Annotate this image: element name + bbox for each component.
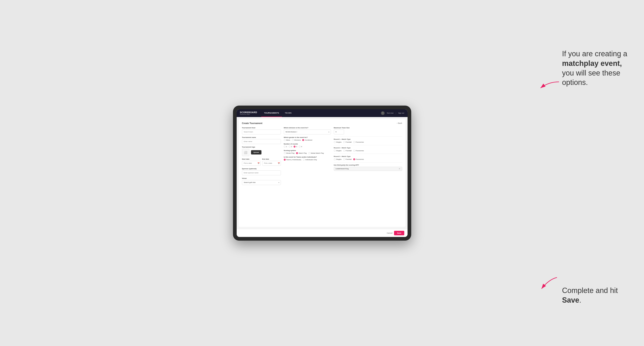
individuals-only-radio[interactable] <box>303 159 305 161</box>
max-team-size-label: Maximum Team Size <box>334 127 402 129</box>
round1-singles-label: Singles <box>336 141 342 143</box>
round-4[interactable]: 4 <box>299 146 302 148</box>
annotation-right-text: If you are creating a matchplay event, y… <box>562 49 632 87</box>
round3-singles-radio[interactable] <box>334 158 336 160</box>
form-title: Create Tournament <box>242 122 262 124</box>
round2-foursomes-radio[interactable] <box>353 150 355 152</box>
api-label: Use third-party live scoring API? <box>334 164 402 166</box>
round-4-label: 4 <box>301 146 302 148</box>
max-team-size-input[interactable] <box>334 130 344 134</box>
end-date-label: End date <box>262 158 281 160</box>
api-tag-close[interactable]: ✕ <box>399 168 400 170</box>
venue-group: Venue Search golf club <box>242 177 281 185</box>
back-button[interactable]: ‹ Back <box>397 122 402 124</box>
annotation-right: If you are creating a matchplay event, y… <box>562 49 632 87</box>
tournament-host-label: Tournament Host <box>242 127 281 129</box>
form-footer: Cancel Save <box>237 229 408 237</box>
round-1-label: 1 <box>286 146 287 148</box>
logo-upload-area: ⬜ Upload <box>242 149 281 156</box>
round-2-radio[interactable] <box>289 146 290 148</box>
gender-mens[interactable]: Mens <box>284 139 290 141</box>
round1-fourball-radio[interactable] <box>343 141 345 143</box>
tournament-host-input[interactable] <box>242 130 281 134</box>
tournament-name-input[interactable] <box>242 139 281 144</box>
main-content: Create Tournament ‹ Back Tournament Host <box>237 117 408 229</box>
arrow-right-svg <box>536 80 561 92</box>
rounds-radio-group: 1 2 3 <box>284 146 331 148</box>
round1-singles[interactable]: Singles <box>334 141 342 143</box>
round2-fourball-radio[interactable] <box>343 150 345 152</box>
teams-radio-group: Teams (+Individuals) Individuals Only <box>284 159 331 161</box>
round3-foursomes-radio[interactable] <box>353 158 355 160</box>
image-icon: ⬜ <box>244 151 247 154</box>
nav-user-text: Test User <box>387 112 394 114</box>
nav-tab-teams[interactable]: TEAMS <box>282 109 294 117</box>
round2-singles[interactable]: Singles <box>334 150 342 152</box>
round1-foursomes-radio[interactable] <box>353 141 355 143</box>
round3-singles[interactable]: Singles <box>334 158 342 160</box>
round3-fourball-radio[interactable] <box>343 158 345 160</box>
scoring-match[interactable]: Match Play <box>296 152 307 154</box>
sponsor-input[interactable] <box>242 171 281 175</box>
round3-match-type-title: Round 3 - Match Type <box>334 156 402 157</box>
round1-foursomes[interactable]: Foursomes <box>353 141 364 143</box>
teams-plus-individuals-radio[interactable] <box>284 159 286 161</box>
round3-fourball[interactable]: Fourball <box>343 158 352 160</box>
round2-fourball[interactable]: Fourball <box>343 150 352 152</box>
round2-singles-radio[interactable] <box>334 150 336 152</box>
scoring-stroke-radio[interactable] <box>284 152 286 154</box>
save-button[interactable]: Save <box>394 231 404 235</box>
round1-fourball[interactable]: Fourball <box>343 141 352 143</box>
scoring-medal-radio[interactable] <box>308 152 310 154</box>
tournament-name-label: Tournament name <box>242 137 281 138</box>
date-row: Start date 📅 End date <box>242 158 281 166</box>
start-date-field: Start date 📅 <box>242 158 261 166</box>
round-1[interactable]: 1 <box>284 146 287 148</box>
division-group: Which division is the event for? NCAA Di… <box>284 127 331 134</box>
round-4-radio[interactable] <box>299 146 300 148</box>
round3-radio-group: Singles Fourball Foursomes <box>334 158 402 160</box>
round2-foursomes-label: Foursomes <box>356 150 364 152</box>
scoring-stroke[interactable]: Stroke Play <box>284 152 295 154</box>
logo-placeholder: ⬜ <box>242 149 249 156</box>
gender-womens-label: Womens <box>294 139 300 141</box>
venue-select[interactable]: Search golf club <box>242 180 281 185</box>
individuals-only[interactable]: Individuals Only <box>303 159 317 161</box>
scoring-medal-label: Medal Match Play <box>311 152 324 154</box>
tablet-device: SCOREBOARD Powered by clippit TOURNAMENT… <box>233 106 411 241</box>
round-2[interactable]: 2 <box>289 146 292 148</box>
teams-plus-individuals[interactable]: Teams (+Individuals) <box>284 159 302 161</box>
gender-radio-group: Mens Womens Combined <box>284 139 331 141</box>
nav-signout[interactable]: Sign out <box>398 112 404 114</box>
divider-1 <box>334 137 402 137</box>
teams-group: Is this event for Teams and/or Individua… <box>284 156 331 161</box>
round-1-radio[interactable] <box>284 146 286 148</box>
round1-singles-radio[interactable] <box>334 141 336 143</box>
teams-plus-individuals-label: Teams (+Individuals) <box>286 159 302 161</box>
round2-radio-group: Singles Fourball Foursomes <box>334 150 402 152</box>
round2-foursomes[interactable]: Foursomes <box>353 150 364 152</box>
upload-button[interactable]: Upload <box>251 150 262 155</box>
division-select[interactable]: NCAA Division I <box>284 130 331 134</box>
division-label: Which division is the event for? <box>284 127 331 129</box>
gender-womens-radio[interactable] <box>292 139 294 141</box>
scoring-match-radio[interactable] <box>296 152 298 154</box>
division-select-wrapper: NCAA Division I <box>284 130 331 134</box>
round3-foursomes[interactable]: Foursomes <box>353 158 364 160</box>
round2-match-type-title: Round 2 - Match Type <box>334 147 402 149</box>
gender-combined-radio[interactable] <box>302 139 304 141</box>
nav-pipe: | <box>396 112 396 114</box>
tournament-name-group: Tournament name <box>242 137 281 144</box>
gender-combined[interactable]: Combined <box>302 139 312 141</box>
round-3-radio[interactable] <box>294 146 296 148</box>
gender-mens-radio[interactable] <box>284 139 286 141</box>
scoring-medal[interactable]: Medal Match Play <box>308 152 324 154</box>
cancel-button[interactable]: Cancel <box>387 232 392 234</box>
navbar: SCOREBOARD Powered by clippit TOURNAMENT… <box>237 109 408 117</box>
sponsor-label: Sponsor (optional) <box>242 168 281 170</box>
api-group: Use third-party live scoring API? Leader… <box>334 164 402 171</box>
tournament-logo-label: Tournament logo <box>242 146 281 148</box>
gender-womens[interactable]: Womens <box>292 139 300 141</box>
round-3[interactable]: 3 <box>294 146 297 148</box>
nav-tab-tournaments[interactable]: TOURNAMENTS <box>261 109 282 117</box>
